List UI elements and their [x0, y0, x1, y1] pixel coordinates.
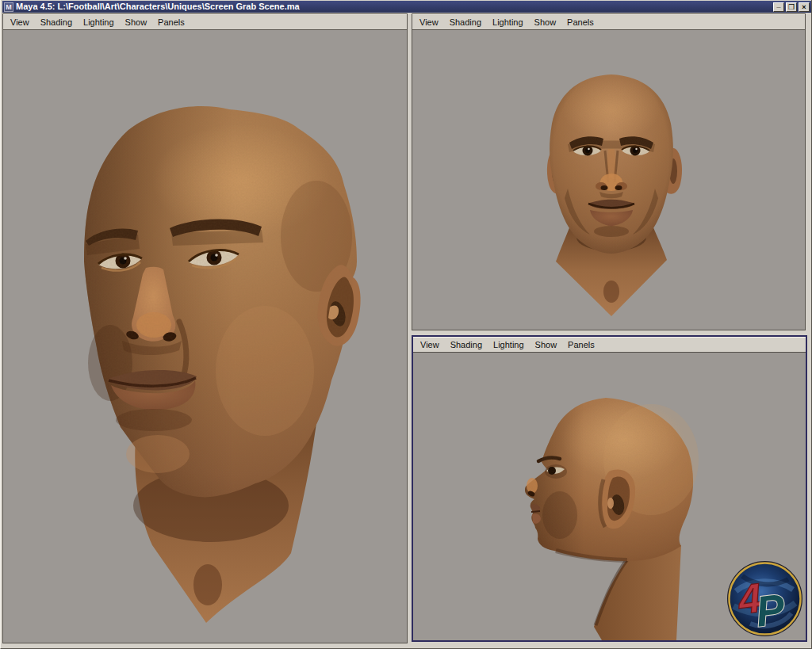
panel-menubar: View Shading Lighting Show Panels: [413, 337, 806, 353]
window-titlebar[interactable]: M Maya 4.5: L:\Football\Art\Characters\U…: [2, 1, 811, 13]
menu-show[interactable]: Show: [125, 17, 147, 27]
panel-menubar: View Shading Lighting Show Panels: [412, 14, 805, 30]
viewport-panel-persp: View Shading Lighting Show Panels: [2, 13, 408, 643]
4players-watermark: 4 P: [726, 560, 803, 637]
menu-shading[interactable]: Shading: [450, 340, 482, 349]
menu-view[interactable]: View: [419, 17, 439, 27]
head-model-3quarter-view: [3, 30, 407, 643]
close-button[interactable]: ×: [799, 2, 810, 12]
window-controls: _ ❐ ×: [773, 2, 810, 12]
menu-panels[interactable]: Panels: [567, 17, 594, 27]
menu-shading[interactable]: Shading: [450, 17, 481, 27]
viewport-3quarter[interactable]: [3, 30, 407, 643]
menu-panels[interactable]: Panels: [158, 17, 185, 27]
window-title: Maya 4.5: L:\Football\Art\Characters\Uni…: [16, 2, 771, 12]
menu-view[interactable]: View: [10, 17, 29, 27]
menu-show[interactable]: Show: [535, 340, 557, 349]
skin-texture: [543, 70, 682, 260]
restore-button[interactable]: ❐: [786, 2, 797, 12]
menu-show[interactable]: Show: [534, 17, 557, 27]
menu-panels[interactable]: Panels: [568, 340, 595, 349]
menu-lighting[interactable]: Lighting: [493, 340, 524, 349]
head-model-front-view: [412, 30, 805, 330]
4p-logo: 4 P: [726, 560, 803, 637]
menu-lighting[interactable]: Lighting: [492, 17, 523, 27]
menu-shading[interactable]: Shading: [40, 17, 72, 27]
viewport-panel-front: View Shading Lighting Show Panels: [412, 13, 806, 330]
maya-application-window: M Maya 4.5: L:\Football\Art\Characters\U…: [0, 0, 812, 649]
skin-texture: [75, 94, 368, 506]
minimize-button[interactable]: _: [773, 2, 784, 12]
panel-menubar: View Shading Lighting Show Panels: [3, 14, 407, 30]
maya-app-icon: M: [4, 2, 13, 12]
menu-lighting[interactable]: Lighting: [83, 17, 114, 27]
viewport-front[interactable]: [412, 30, 805, 330]
menu-view[interactable]: View: [420, 340, 439, 349]
